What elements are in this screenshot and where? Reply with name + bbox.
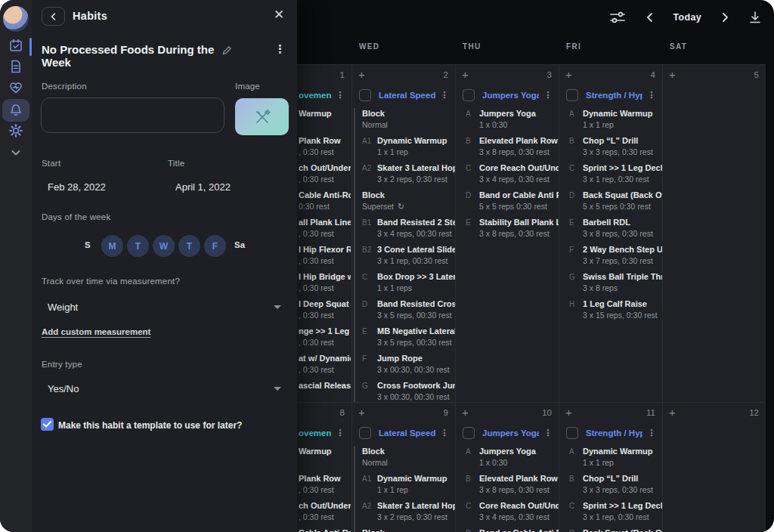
documents-icon[interactable] xyxy=(8,59,23,74)
add-workout-button[interactable]: + xyxy=(358,69,365,80)
add-workout-button[interactable]: + xyxy=(462,69,469,80)
exercise-tag: C xyxy=(466,500,479,523)
health-heart-icon[interactable] xyxy=(8,80,23,95)
workout-checkbox[interactable] xyxy=(566,89,578,101)
exercise-body: MB Negative Lateral Hop...3 x 5 reps, 00… xyxy=(377,326,455,348)
back-button[interactable] xyxy=(42,7,65,26)
entry-type-select[interactable]: Yes/No xyxy=(48,383,79,394)
exercise-detail: 1 x 1 reps xyxy=(377,283,455,294)
add-workout-button[interactable]: + xyxy=(462,407,469,418)
start-date-value[interactable]: Feb 28, 2022 xyxy=(48,181,106,193)
calendar-toolbar: Today xyxy=(608,7,762,28)
edit-pencil-icon[interactable] xyxy=(221,45,233,59)
exercise-body: Dynamic Warmup1 x 1 rep xyxy=(377,473,447,496)
notifications-bell-icon[interactable] xyxy=(8,103,23,118)
sidebar xyxy=(0,0,32,532)
workout-menu-kebab-icon[interactable]: ⋮ xyxy=(336,90,345,101)
workout-menu-kebab-icon[interactable]: ⋮ xyxy=(336,428,345,438)
workout-title[interactable]: ovement Q... xyxy=(299,428,331,438)
habit-menu-kebab-icon[interactable]: ⋮ xyxy=(274,42,286,56)
exercise-body: Band Resisted 2 Step Late...3 x 4 reps, … xyxy=(377,217,455,240)
close-icon[interactable]: ✕ xyxy=(274,7,284,23)
day-number: 9 xyxy=(444,408,448,417)
workout-title[interactable]: Jumpers Yoga / Core xyxy=(482,428,539,438)
workout-checkbox[interactable] xyxy=(359,89,371,101)
exercise-detail xyxy=(299,457,332,469)
block-label: Block xyxy=(362,446,388,457)
day-toggle-s[interactable]: S xyxy=(85,240,91,249)
workout-menu-kebab-icon[interactable]: ⋮ xyxy=(543,428,553,438)
workout-title[interactable]: Strength / Hypertro... xyxy=(586,91,642,100)
measurement-select[interactable]: Weight xyxy=(48,302,78,313)
exercise-item: DBand or Cable Anti Rotati...5 x 5 reps … xyxy=(466,190,559,212)
end-date-value[interactable]: April 1, 2022 xyxy=(175,181,231,193)
workout-checkbox[interactable] xyxy=(359,427,371,439)
exercise-body: Dynamic Warmup1 x 1 rep xyxy=(583,108,653,131)
exercise-tag: B xyxy=(569,135,583,158)
today-button[interactable]: Today xyxy=(673,12,701,23)
exercise-item: CSprint >> 1 Leg Declarations3 x 1 rep, … xyxy=(569,500,662,523)
exercise-detail: 3 x 00:30, 00:30 rest xyxy=(377,391,455,402)
workout-title[interactable]: Lateral Speed / Plyo xyxy=(379,91,435,100)
workout-checkbox[interactable] xyxy=(463,427,475,439)
download-icon[interactable] xyxy=(748,11,762,24)
exercise-detail: 3 x 4 reps, 0:30 rest xyxy=(479,512,559,523)
user-avatar[interactable] xyxy=(3,6,29,32)
exercise-name: Core Reach Out/Under xyxy=(479,500,559,512)
exercise-item: GSwiss Ball Triple Threat3 x 8 reps xyxy=(569,271,662,294)
day-toggle-t[interactable]: T xyxy=(127,235,149,257)
chevron-down-icon[interactable] xyxy=(8,145,23,160)
add-workout-button[interactable]: + xyxy=(565,69,572,80)
exercise-body: 1 Leg Calf Raise3 x 15 reps, 0:30 rest xyxy=(583,298,658,321)
exercise-item: GCross Footwork Jump Rope3 x 00:30, 00:3… xyxy=(362,380,455,402)
workout-checkbox[interactable] xyxy=(566,427,578,439)
calendar-check-icon[interactable] xyxy=(8,38,23,53)
exercise-item: A2Skater 3 Lateral Hops >> ...3 x 2 reps… xyxy=(362,500,455,523)
workout-title[interactable]: Lateral Speed / Plyo xyxy=(379,428,435,438)
workout-card-header: Lateral Speed / Plyo⋮ xyxy=(352,88,455,102)
exercise-name: Band Resisted 2 Step Late... xyxy=(377,217,455,228)
settings-gear-icon[interactable] xyxy=(8,123,23,138)
workout-menu-kebab-icon[interactable]: ⋮ xyxy=(543,90,553,101)
add-custom-measurement-link[interactable]: Add custom measurement xyxy=(42,327,150,338)
add-workout-button[interactable]: + xyxy=(669,407,676,418)
workout-title[interactable]: ovement Q... xyxy=(299,91,331,100)
template-checkbox[interactable] xyxy=(41,418,54,431)
workout-title[interactable]: Strength / Hypertro... xyxy=(586,428,642,438)
exercise-item: all Plank Linear ..., 0:30 rest xyxy=(299,217,351,240)
add-workout-button[interactable]: + xyxy=(669,69,676,80)
add-workout-button[interactable]: + xyxy=(565,407,572,418)
exercise-body: Sprint >> 1 Leg Declarations3 x 1 rep, 0… xyxy=(583,500,662,523)
block-label: Block xyxy=(362,527,404,532)
day-toggle-m[interactable]: M xyxy=(101,235,123,257)
block-group: BlockNormalA1Dynamic Warmup1 x 1 repA2Sk… xyxy=(354,446,455,532)
workout-menu-kebab-icon[interactable]: ⋮ xyxy=(440,90,449,101)
exercise-item: Plank Row, 0:30 rest xyxy=(299,135,351,158)
weekday-header: FRI xyxy=(566,42,581,51)
workout-menu-kebab-icon[interactable]: ⋮ xyxy=(647,90,656,101)
next-week-button[interactable] xyxy=(720,12,730,23)
exercise-tag: C xyxy=(466,162,479,185)
workout-checkbox[interactable] xyxy=(463,89,475,101)
day-toggle-w[interactable]: W xyxy=(153,235,175,257)
exercise-name: Jumpers Yoga xyxy=(479,446,536,457)
workout-menu-kebab-icon[interactable]: ⋮ xyxy=(440,428,449,438)
add-workout-button[interactable]: + xyxy=(358,407,365,418)
exercise-name: Warmup xyxy=(299,108,332,119)
day-toggle-f[interactable]: F xyxy=(204,235,226,257)
workout-menu-kebab-icon[interactable]: ⋮ xyxy=(647,428,656,438)
previous-week-button[interactable] xyxy=(645,12,655,23)
workout-title[interactable]: Jumpers Yoga / Core xyxy=(482,91,539,100)
day-toggle-sa[interactable]: Sa xyxy=(234,240,245,249)
measurement-chevron-down-icon[interactable] xyxy=(274,305,281,309)
day-cell-header: +2 xyxy=(351,64,455,84)
habit-image-thumbnail[interactable] xyxy=(235,98,289,135)
exercise-detail xyxy=(299,391,351,402)
block-header-body: BlockSuperset↻ xyxy=(362,527,404,532)
filter-sliders-icon[interactable] xyxy=(608,10,627,25)
panel-title: Habits xyxy=(73,10,107,22)
exercise-body: Box Drop >> 3 Lateral H...1 x 1 reps xyxy=(377,271,455,294)
entry-type-chevron-down-icon[interactable] xyxy=(274,387,281,391)
day-toggle-t[interactable]: T xyxy=(178,235,200,257)
description-input[interactable] xyxy=(41,97,224,133)
